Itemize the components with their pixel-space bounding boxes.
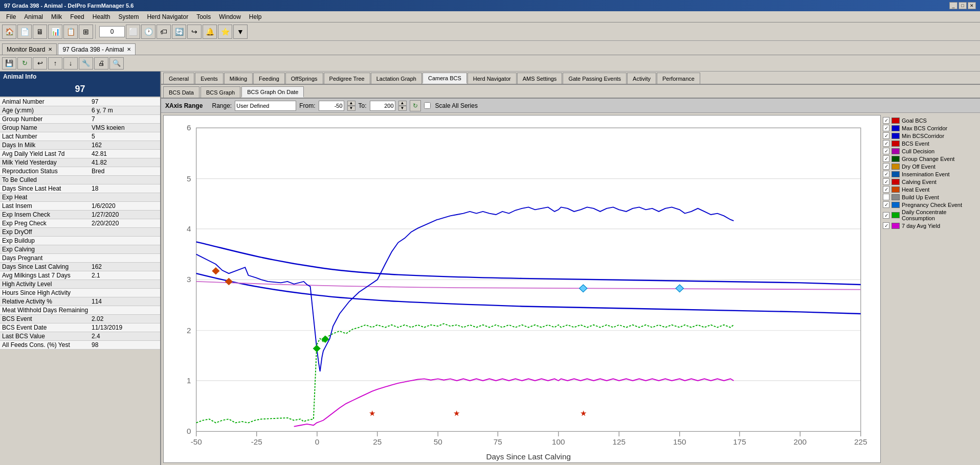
- sec-undo-btn[interactable]: ↩: [33, 57, 47, 69]
- info-value: [92, 176, 158, 183]
- legend-checkbox-12[interactable]: [883, 212, 889, 219]
- legend-checkbox-9[interactable]: [883, 186, 889, 193]
- toolbar-star-btn[interactable]: ⭐: [218, 25, 232, 39]
- sec-forward-btn[interactable]: ↓: [63, 57, 78, 69]
- toolbar-dropdown-btn[interactable]: ▼: [233, 25, 248, 39]
- maximize-button[interactable]: □: [959, 2, 967, 9]
- from-spinner[interactable]: ▲ ▼: [347, 101, 355, 111]
- nav-tab-herd-navigator[interactable]: Herd Navigator: [467, 73, 517, 84]
- info-value: 2.4: [92, 333, 158, 340]
- animal-info-row: Avg Milkings Last 7 Days 2.1: [0, 271, 160, 280]
- legend-checkbox-2[interactable]: [883, 132, 889, 139]
- nav-tab-lactation-graph[interactable]: Lactation Graph: [371, 73, 422, 84]
- toolbar-open-btn[interactable]: 📄: [17, 25, 32, 39]
- to-spin-up[interactable]: ▲: [398, 101, 407, 106]
- legend-color-10: [892, 194, 900, 200]
- tab-monitor-board-label: Monitor Board: [7, 46, 45, 53]
- toolbar-home-btn[interactable]: 🖥: [33, 25, 47, 39]
- title-bar: 97 Grada 398 - Animal - DelPro FarmManag…: [0, 0, 980, 11]
- to-spinner[interactable]: ▲ ▼: [398, 101, 407, 111]
- menu-help[interactable]: Help: [245, 12, 266, 21]
- sec-tools-btn[interactable]: 🔧: [79, 57, 93, 69]
- legend-checkbox-11[interactable]: [883, 201, 889, 208]
- animal-info-row: Lact Number 5: [0, 132, 160, 141]
- legend-checkbox-0[interactable]: [883, 117, 889, 124]
- to-input[interactable]: [370, 101, 395, 111]
- minimize-button[interactable]: _: [949, 2, 957, 9]
- legend-label-7: Insemination Event: [902, 171, 950, 177]
- tab-animal[interactable]: 97 Grada 398 - Animal ✕: [58, 43, 136, 55]
- nav-tab-performance[interactable]: Performance: [657, 73, 700, 84]
- legend-label-3: BCS Event: [902, 141, 929, 147]
- legend-checkbox-1[interactable]: [883, 125, 889, 131]
- legend-checkbox-8[interactable]: [883, 178, 889, 185]
- legend-checkbox-13[interactable]: [883, 222, 889, 229]
- nav-tab-offsprings[interactable]: OffSprings: [285, 73, 323, 84]
- toolbar-print-btn[interactable]: 📊: [48, 25, 62, 39]
- sub-tab-bcs-graph-on-date[interactable]: BCS Graph On Date: [241, 86, 304, 98]
- toolbar-counter-input[interactable]: 0: [99, 26, 125, 37]
- tab-animal-close[interactable]: ✕: [127, 46, 131, 52]
- toolbar-new-btn[interactable]: 🏠: [2, 25, 16, 39]
- legend-item-9: Heat Event: [883, 186, 976, 193]
- menu-window[interactable]: Window: [215, 12, 245, 21]
- toolbar-scan-btn[interactable]: ⬜: [126, 25, 140, 39]
- toolbar-bell-btn[interactable]: 🔔: [203, 25, 217, 39]
- legend-checkbox-4[interactable]: [883, 148, 889, 154]
- nav-tab-events[interactable]: Events: [195, 73, 224, 84]
- nav-tab-pedigree-tree[interactable]: Pedigree Tree: [324, 73, 370, 84]
- legend-checkbox-6[interactable]: [883, 163, 889, 170]
- from-spin-up[interactable]: ▲: [347, 101, 355, 106]
- sec-search-btn[interactable]: 🔍: [109, 57, 124, 69]
- scale-all-series-checkbox[interactable]: [424, 102, 431, 109]
- info-value: 2.1: [92, 272, 158, 279]
- range-input[interactable]: [235, 101, 296, 111]
- info-label: Exp DryOff: [2, 228, 92, 236]
- animal-info-row: Hours Since High Activity: [0, 289, 160, 297]
- menu-health[interactable]: Health: [88, 12, 115, 21]
- toolbar-refresh-btn[interactable]: 🔄: [172, 25, 186, 39]
- menu-feed[interactable]: Feed: [66, 12, 88, 21]
- nav-tab-gate-passing-events[interactable]: Gate Passing Events: [563, 73, 627, 84]
- menu-system[interactable]: System: [114, 12, 143, 21]
- nav-tab-milking[interactable]: Milking: [224, 73, 253, 84]
- legend-checkbox-3[interactable]: [883, 140, 889, 147]
- toolbar: 🏠 📄 🖥 📊 📋 ⊞ 0 ⬜ 🕐 🏷 🔄 ↪ 🔔 ⭐ ▼: [0, 22, 980, 41]
- sec-back-btn[interactable]: ↑: [48, 57, 62, 69]
- toolbar-sep1: [95, 25, 97, 39]
- toolbar-grid-btn[interactable]: ⊞: [79, 25, 93, 39]
- menu-animal[interactable]: Animal: [20, 12, 47, 21]
- legend-checkbox-5[interactable]: [883, 155, 889, 162]
- menu-herd-navigator[interactable]: Herd Navigator: [143, 12, 192, 21]
- info-value: 2/20/2020: [92, 220, 158, 227]
- toolbar-config-btn[interactable]: 📋: [63, 25, 78, 39]
- toolbar-arrow-btn[interactable]: ↪: [187, 25, 202, 39]
- sec-print-btn[interactable]: 🖨: [94, 57, 108, 69]
- sec-refresh-btn[interactable]: ↻: [17, 57, 32, 69]
- nav-tab-ams-settings[interactable]: AMS Settings: [517, 73, 563, 84]
- legend-color-2: [892, 133, 900, 139]
- sub-tab-bcs-data[interactable]: BCS Data: [163, 86, 199, 98]
- legend-checkbox-10[interactable]: [883, 194, 889, 200]
- nav-tab-camera-bcs[interactable]: Camera BCS: [422, 73, 467, 84]
- menu-tools[interactable]: Tools: [192, 12, 215, 21]
- close-button[interactable]: ✕: [968, 2, 976, 9]
- menu-file[interactable]: File: [2, 12, 20, 21]
- toolbar-clock-btn[interactable]: 🕐: [141, 25, 155, 39]
- tab-monitor-board[interactable]: Monitor Board ✕: [2, 43, 57, 55]
- sub-tab-bcs-graph[interactable]: BCS Graph: [201, 86, 240, 98]
- nav-tab-general[interactable]: General: [163, 73, 194, 84]
- from-spin-down[interactable]: ▼: [347, 106, 355, 111]
- legend-checkbox-7[interactable]: [883, 171, 889, 177]
- sec-save-btn[interactable]: 💾: [2, 57, 16, 69]
- info-value: 11/13/2019: [92, 324, 158, 331]
- toolbar-tag-btn[interactable]: 🏷: [157, 25, 171, 39]
- refresh-chart-button[interactable]: ↻: [410, 100, 421, 111]
- tab-monitor-board-close[interactable]: ✕: [48, 46, 52, 52]
- nav-tab-activity[interactable]: Activity: [627, 73, 656, 84]
- menu-milk[interactable]: Milk: [47, 12, 66, 21]
- from-input[interactable]: [319, 101, 344, 111]
- to-spin-down[interactable]: ▼: [398, 106, 407, 111]
- animal-info-row: To Be Culled: [0, 176, 160, 184]
- nav-tab-feeding[interactable]: Feeding: [253, 73, 285, 84]
